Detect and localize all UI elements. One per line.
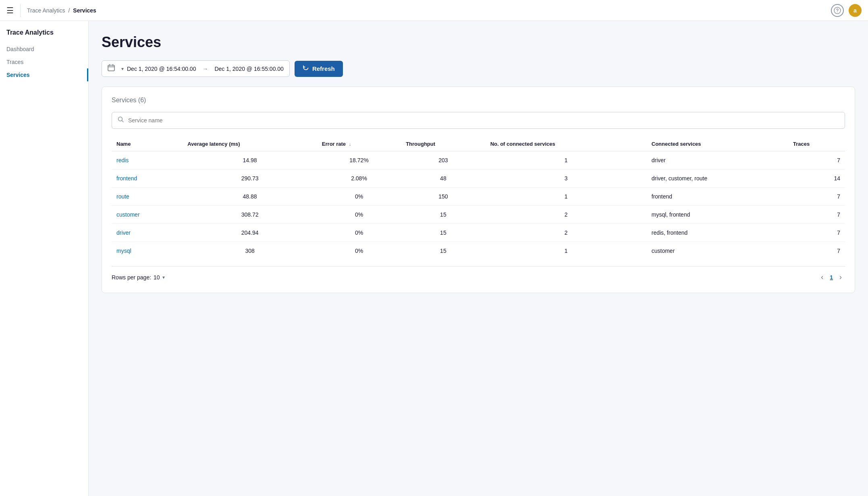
page-nav: ‹ 1 › xyxy=(818,271,845,283)
service-link[interactable]: mysql xyxy=(116,248,131,254)
cell-traces: 14 xyxy=(788,169,845,188)
cell-error-rate: 0% xyxy=(317,188,401,206)
date-end: Dec 1, 2020 @ 16:55:00.00 xyxy=(214,66,283,72)
cell-error-rate: 2.08% xyxy=(317,169,401,188)
cell-connected-services: driver xyxy=(647,151,788,169)
table-header-row: Name Average latency (ms) Error rate ↓ T… xyxy=(112,137,845,151)
breadcrumb: Trace Analytics / Services xyxy=(27,7,831,14)
table-row: route 48.88 0% 150 1 frontend 7 xyxy=(112,188,845,206)
cell-connected-services: customer xyxy=(647,242,788,260)
cell-traces: 7 xyxy=(788,224,845,242)
cell-avg-latency: 48.88 xyxy=(183,188,317,206)
cell-num-connected: 1 xyxy=(486,188,647,206)
cell-num-connected: 1 xyxy=(486,151,647,169)
svg-rect-2 xyxy=(108,65,114,71)
sidebar: Trace Analytics Dashboard Traces Service… xyxy=(0,21,89,496)
service-link[interactable]: customer xyxy=(116,211,140,218)
top-nav: ☰ Trace Analytics / Services a xyxy=(0,0,868,21)
cell-connected-services: redis, frontend xyxy=(647,224,788,242)
cell-connected-services: driver, customer, route xyxy=(647,169,788,188)
nav-divider xyxy=(20,4,21,17)
services-card: Services (6) Name Average la xyxy=(102,87,855,293)
cell-traces: 7 xyxy=(788,206,845,224)
cell-name: customer xyxy=(112,206,183,224)
date-start: Dec 1, 2020 @ 16:54:00.00 xyxy=(127,66,196,72)
nav-icons: a xyxy=(831,4,862,17)
svg-point-1 xyxy=(837,12,838,12)
cell-num-connected: 2 xyxy=(486,206,647,224)
refresh-label: Refresh xyxy=(312,65,335,72)
col-throughput: Throughput xyxy=(401,137,485,151)
user-avatar[interactable]: a xyxy=(849,4,862,17)
service-link[interactable]: driver xyxy=(116,229,131,236)
search-input[interactable] xyxy=(128,117,839,124)
next-page-button[interactable]: › xyxy=(836,271,845,283)
rows-per-page[interactable]: Rows per page: 10 ▾ xyxy=(112,274,165,281)
menu-icon[interactable]: ☰ xyxy=(6,6,14,15)
cell-name: route xyxy=(112,188,183,206)
main-content: Services ▾ Dec 1, 2020 @ 16:54:00.00 → D… xyxy=(89,21,868,496)
prev-page-button[interactable]: ‹ xyxy=(818,271,826,283)
cell-avg-latency: 204.94 xyxy=(183,224,317,242)
date-range-picker[interactable]: ▾ Dec 1, 2020 @ 16:54:00.00 → Dec 1, 202… xyxy=(102,60,290,77)
cell-throughput: 48 xyxy=(401,169,485,188)
cell-throughput: 15 xyxy=(401,242,485,260)
cell-num-connected: 3 xyxy=(486,169,647,188)
toolbar: ▾ Dec 1, 2020 @ 16:54:00.00 → Dec 1, 202… xyxy=(102,60,855,77)
breadcrumb-current: Services xyxy=(73,7,96,14)
cell-throughput: 15 xyxy=(401,224,485,242)
page-title: Services xyxy=(102,34,855,51)
col-name: Name xyxy=(112,137,183,151)
sidebar-item-dashboard[interactable]: Dashboard xyxy=(0,43,88,56)
layout: Trace Analytics Dashboard Traces Service… xyxy=(0,21,868,496)
cell-num-connected: 2 xyxy=(486,224,647,242)
cell-num-connected: 1 xyxy=(486,242,647,260)
card-header-title: Services xyxy=(112,97,136,103)
cell-error-rate: 0% xyxy=(317,206,401,224)
help-icon[interactable] xyxy=(831,4,844,17)
search-bar xyxy=(112,112,845,129)
cell-avg-latency: 14.98 xyxy=(183,151,317,169)
cell-avg-latency: 308 xyxy=(183,242,317,260)
cell-error-rate: 0% xyxy=(317,242,401,260)
cell-name: mysql xyxy=(112,242,183,260)
sidebar-item-traces[interactable]: Traces xyxy=(0,56,88,68)
sort-icon: ↓ xyxy=(349,142,351,147)
sidebar-item-services[interactable]: Services xyxy=(0,68,88,81)
cell-name: driver xyxy=(112,224,183,242)
col-error-rate[interactable]: Error rate ↓ xyxy=(317,137,401,151)
col-traces: Traces xyxy=(788,137,845,151)
cell-error-rate: 0% xyxy=(317,224,401,242)
cell-avg-latency: 308.72 xyxy=(183,206,317,224)
service-link[interactable]: frontend xyxy=(116,175,137,182)
cell-error-rate: 18.72% xyxy=(317,151,401,169)
cell-name: redis xyxy=(112,151,183,169)
rows-per-page-value: 10 xyxy=(154,274,160,281)
service-link[interactable]: route xyxy=(116,193,129,200)
table-row: redis 14.98 18.72% 203 1 driver 7 xyxy=(112,151,845,169)
col-num-connected: No. of connected services xyxy=(486,137,647,151)
cell-throughput: 203 xyxy=(401,151,485,169)
table-row: customer 308.72 0% 15 2 mysql, frontend … xyxy=(112,206,845,224)
refresh-button[interactable]: Refresh xyxy=(295,61,343,77)
cell-name: frontend xyxy=(112,169,183,188)
cell-throughput: 150 xyxy=(401,188,485,206)
card-header: Services (6) xyxy=(112,97,845,104)
cell-traces: 7 xyxy=(788,242,845,260)
arrow-icon: → xyxy=(202,66,208,72)
breadcrumb-separator: / xyxy=(68,7,70,14)
pagination: Rows per page: 10 ▾ ‹ 1 › xyxy=(112,266,845,283)
cell-connected-services: mysql, frontend xyxy=(647,206,788,224)
cell-connected-services: frontend xyxy=(647,188,788,206)
rows-per-page-chevron: ▾ xyxy=(162,275,165,280)
service-link[interactable]: redis xyxy=(116,157,129,163)
breadcrumb-link[interactable]: Trace Analytics xyxy=(27,7,65,14)
refresh-icon xyxy=(303,65,309,73)
col-avg-latency: Average latency (ms) xyxy=(183,137,317,151)
table-row: driver 204.94 0% 15 2 redis, frontend 7 xyxy=(112,224,845,242)
sidebar-title: Trace Analytics xyxy=(0,29,88,43)
cell-traces: 7 xyxy=(788,188,845,206)
current-page[interactable]: 1 xyxy=(830,274,833,281)
chevron-down-icon: ▾ xyxy=(121,66,124,72)
table-row: mysql 308 0% 15 1 customer 7 xyxy=(112,242,845,260)
